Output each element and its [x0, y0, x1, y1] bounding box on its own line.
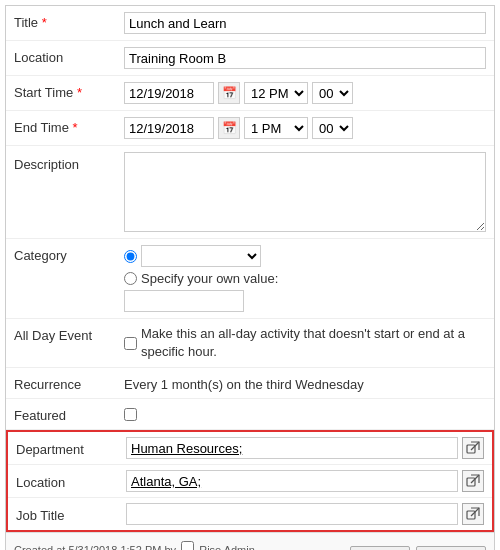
description-row: Description — [6, 146, 494, 239]
featured-label: Featured — [14, 405, 124, 423]
location-label: Location — [14, 47, 124, 65]
form-container: Title * Location Start Time * 📅 12 AM1 A… — [5, 5, 495, 550]
location-input[interactable] — [124, 47, 486, 69]
description-input-col — [124, 152, 486, 232]
svg-rect-0 — [467, 445, 475, 453]
allday-label: All Day Event — [14, 325, 124, 343]
category-select[interactable] — [141, 245, 261, 267]
start-time-input-col: 📅 12 AM1 AM2 AM3 AM 4 AM5 AM6 AM7 AM 8 A… — [124, 82, 486, 104]
allday-checkbox[interactable] — [124, 337, 137, 350]
start-hour-select[interactable]: 12 AM1 AM2 AM3 AM 4 AM5 AM6 AM7 AM 8 AM9… — [244, 82, 308, 104]
category-input-col: Specify your own value: — [124, 245, 486, 312]
end-time-input-col: 📅 12 AM1 AM2 AM3 AM 4 AM5 AM6 AM7 AM 8 A… — [124, 117, 486, 139]
end-calendar-icon[interactable]: 📅 — [218, 117, 240, 139]
description-label: Description — [14, 152, 124, 172]
recurrence-value-col: Every 1 month(s) on the third Wednesday — [124, 374, 486, 392]
end-hour-select[interactable]: 12 AM1 AM2 AM3 AM 4 AM5 AM6 AM7 AM 8 AM9… — [244, 117, 308, 139]
department-label: Department — [16, 439, 126, 457]
allday-row: All Day Event Make this an all-day activ… — [6, 319, 494, 368]
allday-text: Make this an all-day activity that doesn… — [141, 325, 486, 361]
location2-label: Location — [16, 472, 126, 490]
category-radio-row — [124, 245, 278, 267]
title-label: Title * — [14, 12, 124, 30]
department-row: Department — [8, 432, 492, 465]
footer-created-line: Created at 5/31/2018 1:52 PM by Rise Adm… — [14, 541, 281, 550]
end-time-label: End Time * — [14, 117, 124, 135]
end-time-row: End Time * 📅 12 AM1 AM2 AM3 AM 4 AM5 AM6… — [6, 111, 494, 146]
recurrence-value: Every 1 month(s) on the third Wednesday — [124, 374, 364, 392]
location-input-col — [124, 47, 486, 69]
category-custom-input-row — [124, 290, 278, 312]
category-row: Category Specify your own value: — [6, 239, 494, 319]
start-calendar-icon[interactable]: 📅 — [218, 82, 240, 104]
footer-buttons: Save Cancel — [350, 546, 486, 550]
category-custom-row: Specify your own value: — [124, 271, 278, 286]
allday-input-col: Make this an all-day activity that doesn… — [124, 325, 486, 361]
footer-creator-checkbox[interactable] — [181, 541, 194, 550]
job-title-row: Job Title — [8, 498, 492, 530]
start-date-input[interactable] — [124, 82, 214, 104]
end-date-input[interactable] — [124, 117, 214, 139]
category-radio-custom[interactable] — [124, 272, 137, 285]
title-row: Title * — [6, 6, 494, 41]
start-min-select[interactable]: 00153045 — [312, 82, 353, 104]
job-title-link-icon[interactable] — [462, 503, 484, 525]
location-row: Location — [6, 41, 494, 76]
svg-rect-4 — [467, 511, 475, 519]
category-custom-input[interactable] — [124, 290, 244, 312]
title-input-col — [124, 12, 486, 34]
featured-row: Featured — [6, 399, 494, 430]
location2-row: Location — [8, 465, 492, 498]
category-label: Category — [14, 245, 124, 263]
department-input[interactable] — [126, 437, 458, 459]
start-time-row: Start Time * 📅 12 AM1 AM2 AM3 AM 4 AM5 A… — [6, 76, 494, 111]
end-min-select[interactable]: 00153045 — [312, 117, 353, 139]
featured-input-col — [124, 405, 486, 421]
location2-input[interactable] — [126, 470, 458, 492]
featured-checkbox[interactable] — [124, 408, 137, 421]
category-radio-select[interactable] — [124, 250, 137, 263]
location2-link-icon[interactable] — [462, 470, 484, 492]
svg-rect-2 — [467, 478, 475, 486]
specify-own-label: Specify your own value: — [141, 271, 278, 286]
title-input[interactable] — [124, 12, 486, 34]
cancel-button[interactable]: Cancel — [416, 546, 486, 550]
description-textarea[interactable] — [124, 152, 486, 232]
category-section: Specify your own value: — [124, 245, 278, 312]
department-link-icon[interactable] — [462, 437, 484, 459]
job-title-input[interactable] — [126, 503, 458, 525]
job-title-label: Job Title — [16, 505, 126, 523]
allday-checkbox-label[interactable]: Make this an all-day activity that doesn… — [124, 325, 486, 361]
start-time-label: Start Time * — [14, 82, 124, 100]
recurrence-row: Recurrence Every 1 month(s) on the third… — [6, 368, 494, 399]
recurrence-label: Recurrence — [14, 374, 124, 392]
highlighted-section: Department Location — [6, 430, 494, 532]
footer-info: Created at 5/31/2018 1:52 PM by Rise Adm… — [14, 541, 281, 550]
form-footer: Created at 5/31/2018 1:52 PM by Rise Adm… — [6, 532, 494, 550]
save-button[interactable]: Save — [350, 546, 410, 550]
